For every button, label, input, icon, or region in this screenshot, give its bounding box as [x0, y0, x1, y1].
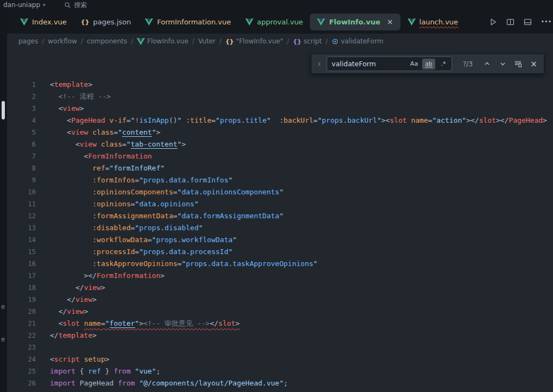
- code-line[interactable]: 11 :opinions="data.opinions": [0, 198, 553, 210]
- code-text: :workflowData="props.workflowData": [36, 234, 237, 246]
- breadcrumb-label: components: [87, 37, 127, 45]
- tab-launch.vue[interactable]: launch.vue: [401, 14, 466, 30]
- code-line[interactable]: 24<script setup>: [0, 353, 553, 365]
- code-line[interactable]: 2 <!-- 流程 -->: [0, 91, 553, 103]
- braces-icon: {}: [225, 38, 234, 45]
- breadcrumb-separator: /: [42, 37, 44, 45]
- tab-pages.json[interactable]: {}pages.json: [74, 14, 138, 30]
- breadcrumb-item-Vuter[interactable]: Vuter: [198, 37, 215, 45]
- code-text: :taskApproveOpinions="props.data.taskApp…: [36, 258, 317, 270]
- code-line[interactable]: 20 </view>: [0, 306, 553, 318]
- tab-Index.vue[interactable]: Index.vue: [13, 14, 74, 30]
- code-text: </template>: [36, 330, 97, 342]
- braces-icon: {}: [81, 18, 90, 26]
- match-case-toggle[interactable]: Aa: [408, 59, 421, 69]
- code-line[interactable]: 1<template>: [0, 79, 553, 91]
- breadcrumb-item-pages[interactable]: pages: [18, 37, 38, 45]
- code-area[interactable]: 1<template>2 <!-- 流程 -->3 <view>4 <PageH…: [0, 49, 553, 389]
- code-line[interactable]: 8 ref="formInfoRef": [0, 162, 553, 174]
- breadcrumb-item-components[interactable]: components: [87, 37, 127, 45]
- breadcrumb-label: validateForm: [341, 37, 383, 45]
- clipped-text: e: [1, 336, 5, 343]
- breadcrumb-separator: /: [326, 37, 328, 45]
- breadcrumb-separator: /: [81, 37, 83, 45]
- vue-icon: [408, 18, 416, 26]
- breadcrumb-item-script[interactable]: {}script: [293, 37, 322, 45]
- code-text: <view class="content">: [36, 127, 161, 138]
- more-actions-icon[interactable]: ···: [541, 17, 552, 27]
- breadcrumb-item-FlowInfo.vue[interactable]: {}"FlowInfo.vue": [225, 37, 283, 45]
- vue-icon: [317, 18, 325, 26]
- code-line[interactable]: 6 <view class="tab-content">: [0, 138, 553, 150]
- find-input-box[interactable]: Aaab.*: [327, 56, 452, 71]
- code-line[interactable]: 18 </view>: [0, 282, 553, 294]
- code-line[interactable]: 26import PageHead from "@/components/lay…: [0, 377, 553, 389]
- code-line[interactable]: 4 <PageHead v-if="!isInApp()" :title="pr…: [0, 115, 553, 127]
- code-line[interactable]: 22</template>: [0, 330, 553, 342]
- workspace-switcher[interactable]: dan-uniapp ▾: [3, 1, 46, 9]
- code-line[interactable]: 21 <slot name="footer"><!-- 审批意见 --></sl…: [0, 318, 553, 330]
- code-line[interactable]: 19 </view>: [0, 294, 553, 306]
- tabs: Index.vue{}pages.jsonFormInformation.vue…: [13, 10, 465, 34]
- scroll-indicator[interactable]: [2, 101, 5, 119]
- find-widget: Aaab.* ?/3 ×: [311, 54, 544, 74]
- split-editor-icon[interactable]: [506, 18, 514, 26]
- code-text: ref="formInfoRef": [36, 162, 164, 174]
- clipped-text: e: [1, 303, 5, 311]
- tab-approval.vue[interactable]: approval.vue: [238, 14, 310, 30]
- editor[interactable]: Aaab.* ?/3 × 1<template>2 <!-- 流程 -->3 <…: [0, 49, 553, 392]
- code-line[interactable]: 10 :opinionsComponents="data.opinionsCom…: [0, 186, 553, 198]
- whole-word-toggle[interactable]: ab: [422, 59, 435, 69]
- tab-FlowInfo.vue[interactable]: FlowInfo.vue×: [310, 14, 400, 30]
- breadcrumb-separator: /: [192, 37, 194, 45]
- code-line[interactable]: 12 :formAssignmentData="data.formAssignm…: [0, 210, 553, 222]
- code-line[interactable]: 25import { ref } from "vue";: [0, 365, 553, 377]
- code-line[interactable]: 17 ></FormInformation>: [0, 270, 553, 282]
- layout-icon[interactable]: [524, 18, 532, 26]
- chevron-down-icon: ▾: [43, 2, 46, 8]
- code-text: <slot name="footer"><!-- 审批意见 --></slot>: [36, 318, 239, 330]
- vue-icon: [245, 18, 253, 26]
- editor-actions: ···: [489, 17, 553, 27]
- code-line[interactable]: 5 <view class="content">: [0, 127, 553, 138]
- find-next-button[interactable]: [497, 58, 508, 70]
- breadcrumb-item-workflow[interactable]: workflow: [48, 37, 77, 45]
- code-line[interactable]: 9 :formInfos="props.data.formInfos": [0, 174, 553, 186]
- tab-label: Index.vue: [32, 18, 67, 26]
- find-close-button[interactable]: ×: [528, 58, 539, 70]
- vue-icon: [20, 18, 28, 26]
- close-icon[interactable]: ×: [387, 18, 393, 26]
- find-input[interactable]: [332, 60, 401, 68]
- find-in-selection-button[interactable]: [513, 58, 524, 70]
- breadcrumb-item-validateForm[interactable]: validateForm: [332, 37, 383, 45]
- code-text: import { ref } from "vue";: [36, 365, 161, 377]
- breadcrumb-label: "FlowInfo.vue": [236, 37, 283, 45]
- breadcrumb: pages/workflow/components/FlowInfo.vue/V…: [0, 34, 553, 49]
- code-line[interactable]: 15 :processId="props.data.processId": [0, 246, 553, 258]
- regex-toggle[interactable]: .*: [437, 59, 450, 69]
- find-previous-button[interactable]: [481, 58, 493, 70]
- code-text: <template>: [36, 79, 92, 91]
- code-text: :disabled="props.disabled": [36, 222, 203, 234]
- breadcrumb-item-FlowInfo.vue[interactable]: FlowInfo.vue: [137, 37, 188, 45]
- code-line[interactable]: 7 <FormInformation: [0, 150, 553, 162]
- code-line[interactable]: 3 <view>: [0, 103, 553, 115]
- code-line[interactable]: 14 :workflowData="props.workflowData": [0, 234, 553, 246]
- code-line[interactable]: 13 :disabled="props.disabled": [0, 222, 553, 234]
- run-icon[interactable]: [489, 18, 497, 26]
- code-text: :formInfos="props.data.formInfos": [36, 174, 233, 186]
- global-search[interactable]: 搜索: [64, 1, 87, 10]
- tab-bar: Index.vue{}pages.jsonFormInformation.vue…: [0, 10, 553, 34]
- toggle-replace-chevron-icon[interactable]: [316, 61, 322, 67]
- tab-label: pages.json: [93, 18, 131, 26]
- tab-FormInformation.vue[interactable]: FormInformation.vue: [138, 14, 238, 30]
- module-icon: {}: [293, 38, 302, 45]
- left-sliver: ee: [0, 10, 7, 392]
- vue-icon: [137, 38, 145, 45]
- vue-icon: [145, 18, 153, 26]
- code-text: ></FormInformation>: [36, 270, 164, 282]
- code-line[interactable]: 16 :taskApproveOpinions="props.data.task…: [0, 258, 553, 270]
- code-text: <script setup>: [36, 353, 110, 365]
- code-text: <view class="tab-content">: [36, 138, 186, 150]
- code-line[interactable]: 23: [0, 342, 553, 353]
